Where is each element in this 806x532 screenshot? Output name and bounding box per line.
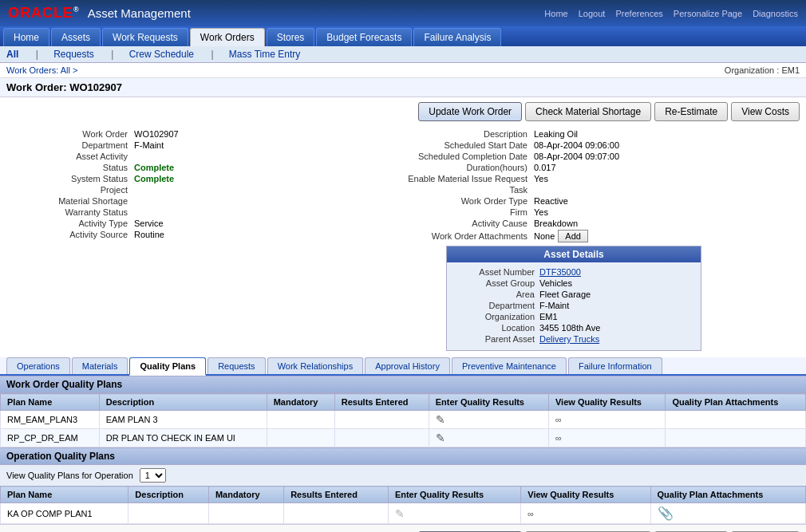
check-shortage-button-top[interactable]: Check Material Shortage: [525, 102, 651, 121]
tab-approval-history[interactable]: Approval History: [365, 357, 450, 374]
asset-value-area: Fleet Garage: [539, 290, 591, 299]
tab-operations[interactable]: Operations: [6, 357, 70, 374]
app-title: Asset Management: [88, 6, 191, 20]
asset-row-parent: Parent Asset Delivery Trucks: [452, 334, 696, 344]
col-description-op: Description: [128, 487, 209, 503]
col-mandatory: Mandatory: [267, 394, 334, 411]
asset-value-number[interactable]: DTF35000: [539, 267, 581, 277]
cell-view-quality[interactable]: ∞: [548, 411, 665, 429]
row-task: Task: [406, 185, 800, 195]
label-description: Description: [406, 129, 534, 139]
cell-enter-quality[interactable]: ✎: [429, 411, 548, 429]
cell-results-entered: [334, 429, 429, 447]
tab-work-orders[interactable]: Work Orders: [190, 28, 265, 46]
asset-value-parent[interactable]: Delivery Trucks: [539, 334, 599, 344]
asset-row-location: Location 3455 108th Ave: [452, 323, 696, 333]
row-enable-material: Enable Material Issue Request Yes: [406, 174, 800, 183]
tab-failure-information[interactable]: Failure Information: [568, 357, 662, 374]
col-mandatory-op: Mandatory: [208, 487, 283, 503]
breadcrumb[interactable]: Work Orders: All >: [6, 65, 77, 75]
tab-failure-analysis[interactable]: Failure Analysis: [413, 28, 501, 46]
reestimate-button-top[interactable]: Re-Estimate: [654, 102, 728, 121]
nav-logout[interactable]: Logout: [579, 9, 606, 18]
label-material-shortage: Material Shortage: [6, 196, 134, 206]
col-description: Description: [99, 394, 267, 411]
row-status: Status Complete: [6, 163, 400, 172]
view-costs-button-top[interactable]: View Costs: [731, 102, 800, 121]
tab-preventive-maintenance[interactable]: Preventive Maintenance: [452, 357, 567, 374]
cell-enter-quality-op[interactable]: ✎: [388, 503, 520, 524]
cell-plan-attachments: [666, 411, 806, 429]
tab-work-relationships[interactable]: Work Relationships: [267, 357, 364, 374]
cell-description: DR PLAN TO CHECK IN EAM UI: [99, 429, 267, 447]
nav-home[interactable]: Home: [544, 9, 567, 18]
subnav-requests[interactable]: Requests: [53, 49, 94, 60]
row-duration: Duration(hours) 0.017: [406, 163, 800, 172]
wo-quality-plans-header: Work Order Quality Plans: [0, 376, 806, 393]
edit-icon[interactable]: ✎: [395, 507, 405, 520]
value-activity-cause: Breakdown: [534, 219, 578, 228]
nav-personalize[interactable]: Personalize Page: [674, 9, 742, 18]
tab-materials[interactable]: Materials: [72, 357, 128, 374]
row-scheduled-completion: Scheduled Completion Date 08-Apr-2004 09…: [406, 152, 800, 161]
label-scheduled-start: Scheduled Start Date: [406, 140, 534, 150]
asset-row-group: Asset Group Vehicles: [452, 278, 696, 288]
view-icon[interactable]: ∞: [555, 433, 560, 443]
bottom-action-bar: Return To Work Orders: All Update Work O…: [0, 524, 806, 532]
view-icon[interactable]: ∞: [555, 415, 560, 424]
tab-stores[interactable]: Stores: [267, 28, 315, 46]
cell-plan-name: RP_CP_DR_EAM: [1, 429, 100, 447]
cell-plan-attachments: [666, 429, 806, 447]
col-enter-quality-op: Enter Quality Results: [388, 487, 520, 503]
label-project: Project: [6, 185, 134, 195]
row-wo-type: Work Order Type Reactive: [406, 196, 800, 206]
top-nav: Home Logout Preferences Personalize Page…: [536, 9, 798, 18]
asset-row-area: Area Fleet Garage: [452, 290, 696, 299]
tab-budget-forecasts[interactable]: Budget Forecasts: [316, 28, 412, 46]
subnav-all[interactable]: All: [6, 49, 18, 60]
col-enter-quality: Enter Quality Results: [429, 394, 548, 411]
asset-value-dept: F-Maint: [539, 301, 569, 310]
cell-description-op: [128, 503, 209, 524]
tab-home[interactable]: Home: [3, 28, 49, 46]
update-work-order-button-top[interactable]: Update Work Order: [418, 102, 522, 121]
subnav-crew-schedule[interactable]: Crew Schedule: [129, 49, 194, 60]
operation-select[interactable]: 1: [140, 468, 166, 483]
value-system-status: Complete: [134, 174, 174, 183]
col-results-entered: Results Entered: [334, 394, 429, 411]
view-icon[interactable]: ∞: [527, 509, 532, 518]
tab-quality-plans[interactable]: Quality Plans: [129, 357, 206, 376]
sub-nav: All | Requests | Crew Schedule | Mass Ti…: [0, 46, 806, 63]
row-work-order: Work Order WO102907: [6, 129, 400, 139]
top-header: ORACLE® Asset Management Home Logout Pre…: [0, 0, 806, 26]
tab-work-requests[interactable]: Work Requests: [102, 28, 188, 46]
edit-icon[interactable]: ✎: [436, 413, 445, 426]
nav-preferences[interactable]: Preferences: [615, 9, 662, 18]
edit-icon[interactable]: ✎: [436, 432, 445, 444]
tab-requests[interactable]: Requests: [207, 357, 265, 374]
cell-plan-attachments-op[interactable]: 📎: [650, 503, 805, 524]
org-info: Organization : EM1: [725, 65, 800, 75]
cell-results-entered: [334, 411, 429, 429]
row-description: Description Leaking Oil: [406, 129, 800, 139]
tab-assets[interactable]: Assets: [51, 28, 101, 46]
cell-mandatory: [267, 411, 334, 429]
add-attachment-button[interactable]: Add: [558, 230, 588, 242]
asset-details-box: Asset Details Asset Number DTF35000 Asse…: [446, 246, 701, 351]
label-duration: Duration(hours): [406, 163, 534, 172]
col-view-quality-op: View Quality Results: [521, 487, 650, 503]
cell-plan-name: RM_EAM_PLAN3: [1, 411, 100, 429]
label-work-order: Work Order: [6, 129, 134, 139]
value-scheduled-completion: 08-Apr-2004 09:07:00: [534, 152, 619, 161]
attachment-icon[interactable]: 📎: [658, 506, 674, 520]
cell-view-quality[interactable]: ∞: [548, 429, 665, 447]
value-duration: 0.017: [534, 163, 556, 172]
cell-view-quality-op[interactable]: ∞: [521, 503, 650, 524]
nav-diagnostics[interactable]: Diagnostics: [753, 9, 798, 18]
cell-enter-quality[interactable]: ✎: [429, 429, 548, 447]
col-attachments: Quality Plan Attachments: [666, 394, 806, 411]
asset-value-group: Vehicles: [539, 278, 572, 288]
subnav-mass-time[interactable]: Mass Time Entry: [229, 49, 300, 60]
col-view-quality: View Quality Results: [548, 394, 665, 411]
row-wo-attachments: Work Order Attachments None Add: [406, 230, 800, 242]
